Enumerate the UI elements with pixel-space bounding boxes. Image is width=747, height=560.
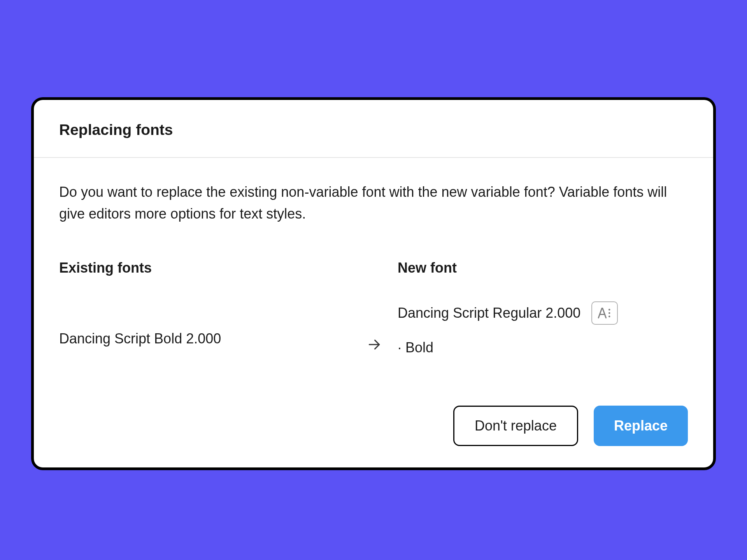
existing-font-name: Dancing Script Bold 2.000 (59, 331, 221, 347)
font-comparison: Existing fonts Dancing Script Bold 2.000… (59, 260, 688, 356)
svg-point-4 (608, 315, 610, 317)
new-font-header-row: Dancing Script Regular 2.000 (398, 301, 688, 325)
new-font-heading: New font (398, 260, 688, 276)
dialog-header: Replacing fonts (34, 100, 713, 158)
arrow-right-icon (367, 337, 382, 354)
replace-fonts-dialog: Replacing fonts Do you want to replace t… (31, 97, 716, 470)
dialog-footer: Don't replace Replace (34, 406, 713, 467)
dont-replace-button[interactable]: Don't replace (453, 406, 578, 446)
arrow-column (363, 260, 386, 356)
svg-point-2 (608, 309, 610, 311)
existing-font-row: Dancing Script Bold 2.000 (59, 301, 351, 347)
new-font-name: Dancing Script Regular 2.000 (398, 305, 580, 321)
dialog-title: Replacing fonts (59, 121, 688, 138)
svg-point-3 (608, 312, 610, 314)
variable-font-icon (591, 301, 618, 325)
new-font-column: New font Dancing Script Regular 2.000 · (398, 260, 688, 356)
replace-button[interactable]: Replace (594, 406, 688, 446)
existing-fonts-heading: Existing fonts (59, 260, 351, 276)
new-font-style: · Bold (398, 340, 688, 356)
dialog-body: Do you want to replace the existing non-… (34, 158, 713, 406)
dialog-description: Do you want to replace the existing non-… (59, 181, 688, 225)
existing-fonts-column: Existing fonts Dancing Script Bold 2.000 (59, 260, 351, 356)
